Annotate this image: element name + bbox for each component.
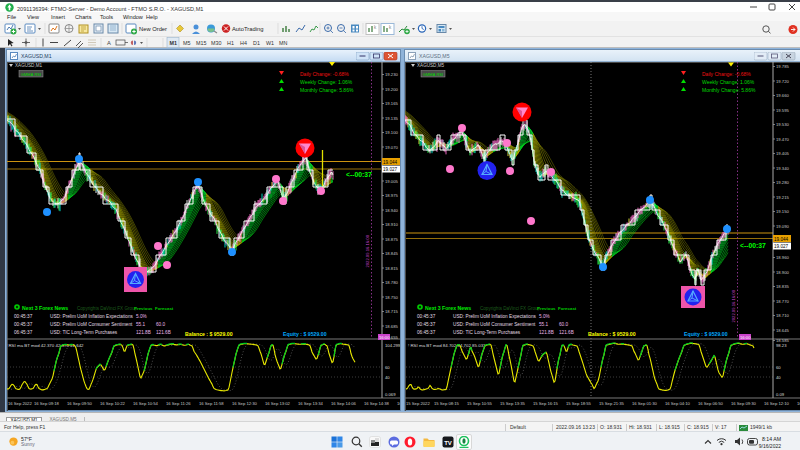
svg-text:19.340: 19.340	[776, 166, 789, 171]
svg-text:18.685: 18.685	[385, 324, 398, 329]
svg-text:16 Sep 12:10: 16 Sep 12:10	[764, 401, 790, 406]
svg-text:16 Sep 09:50: 16 Sep 09:50	[67, 401, 93, 406]
svg-text:16 Sep 11:58: 16 Sep 11:58	[199, 401, 224, 406]
svg-text:16 Sep 13:34: 16 Sep 13:34	[298, 401, 324, 406]
svg-text:5.0%: 5.0%	[539, 314, 550, 319]
svg-text:18.960: 18.960	[776, 255, 789, 260]
svg-text:19.660: 19.660	[776, 93, 789, 98]
svg-text:19.100: 19.100	[385, 130, 398, 135]
svg-text:USD: Prelim UoM Consumer Senti: USD: Prelim UoM Consumer Sentiment	[50, 322, 133, 327]
svg-text:18.715: 18.715	[385, 309, 398, 314]
svg-text:19.044: 19.044	[383, 160, 397, 165]
svg-text:16 Sep 04:10: 16 Sep 04:10	[665, 401, 691, 406]
svg-text:18.975: 18.975	[385, 193, 398, 198]
svg-text:Forecast: Forecast	[558, 306, 577, 311]
svg-text:06:45:37: 06:45:37	[14, 330, 33, 335]
svg-text:104.299: 104.299	[385, 343, 401, 348]
svg-text:Balance : $ 9529.00: Balance : $ 9529.00	[588, 331, 636, 337]
svg-text:19.470: 19.470	[776, 137, 789, 142]
svg-text:0.069: 0.069	[385, 392, 396, 397]
svg-text:18.710: 18.710	[776, 313, 789, 318]
svg-text:18.780: 18.780	[385, 280, 398, 285]
svg-text:XAGUSD,M5: XAGUSD,M5	[417, 63, 445, 68]
svg-text:55.1: 55.1	[539, 322, 549, 327]
svg-text:19.230: 19.230	[385, 72, 398, 77]
svg-text:15 Sep 2022: 15 Sep 2022	[406, 401, 430, 406]
svg-text:00:45:37: 00:45:37	[417, 314, 436, 319]
svg-text:55.1: 55.1	[136, 322, 146, 327]
svg-text:XAGUSD,M1: XAGUSD,M1	[15, 63, 43, 68]
svg-text:USD: Prelim UoM Consumer Senti: USD: Prelim UoM Consumer Sentiment	[453, 322, 536, 327]
svg-text:Daily Change: -0.68%: Daily Change: -0.68%	[300, 71, 349, 77]
svg-text:19.027: 19.027	[383, 167, 397, 172]
svg-text:121.8B: 121.8B	[539, 330, 554, 335]
svg-text:! RSI ma BT mod 42.370 42.370: ! RSI ma BT mod 42.370 42.370 41.642	[6, 343, 84, 348]
svg-text:18.940: 18.940	[385, 208, 398, 213]
svg-text:19.280: 19.280	[776, 180, 789, 185]
svg-text:USD: Prelim UoM Inflation Expe: USD: Prelim UoM Inflation Expectations	[50, 314, 134, 319]
svg-text:Equity : $ 9529.00: Equity : $ 9529.00	[684, 331, 728, 337]
svg-text:16 Sep 10:54: 16 Sep 10:54	[133, 401, 159, 406]
svg-text:40: 40	[385, 375, 390, 380]
svg-text:18.770: 18.770	[776, 299, 789, 304]
svg-text:Monthly Change: 5.86%: Monthly Change: 5.86%	[300, 87, 354, 93]
svg-text:Weekly Change: 1.06%: Weekly Change: 1.06%	[702, 79, 755, 85]
svg-text:Equity : $ 9529.00: Equity : $ 9529.00	[283, 331, 327, 337]
svg-text:2022.09.16 16:00: 2022.09.16 16:00	[731, 289, 736, 322]
svg-text:60.0: 60.0	[156, 322, 166, 327]
svg-text:98.23: 98.23	[776, 343, 787, 348]
svg-text:19.530: 19.530	[776, 122, 789, 127]
svg-text:00:45:37: 00:45:37	[417, 322, 436, 327]
svg-text:19.027: 19.027	[774, 244, 788, 249]
svg-text:Previous: Previous	[134, 306, 153, 311]
svg-text:19.005: 19.005	[385, 179, 398, 184]
svg-text:! RSI ma BT mod 84.702 84.702: ! RSI ma BT mod 84.702 84.702 85.031	[408, 343, 486, 348]
svg-text:121.8B: 121.8B	[136, 330, 151, 335]
svg-text:121.6B: 121.6B	[559, 330, 574, 335]
svg-text:15 Sep 10:55: 15 Sep 10:55	[467, 401, 493, 406]
svg-text:18.845: 18.845	[385, 251, 398, 256]
svg-text:19.215: 19.215	[776, 195, 789, 200]
svg-text:Monthly Change: 5.86%: Monthly Change: 5.86%	[702, 87, 756, 93]
svg-text:Weekly Change: 1.06%: Weekly Change: 1.06%	[300, 79, 353, 85]
svg-text:Previous: Previous	[537, 306, 556, 311]
svg-text:121.6B: 121.6B	[156, 330, 171, 335]
svg-text:15 Sep 13:35: 15 Sep 13:35	[500, 401, 526, 406]
svg-text:GMMA RSI: GMMA RSI	[423, 72, 443, 77]
svg-text:Next 3 Forex News: Next 3 Forex News	[425, 305, 471, 311]
svg-text:16 Sep 2022: 16 Sep 2022	[8, 401, 32, 406]
svg-text:USD: TIC Long-Term Purchases: USD: TIC Long-Term Purchases	[50, 330, 118, 335]
svg-text:TV: TV	[444, 439, 452, 445]
svg-text:Balance : $ 9529.00: Balance : $ 9529.00	[185, 331, 233, 337]
svg-text:18.910: 18.910	[385, 222, 398, 227]
svg-text:19.044: 19.044	[774, 237, 788, 242]
svg-text:19.405: 19.405	[776, 151, 789, 156]
svg-text:19.200: 19.200	[385, 87, 398, 92]
svg-text:19.135: 19.135	[385, 116, 398, 121]
svg-text:40: 40	[776, 375, 781, 380]
svg-text:18.815: 18.815	[385, 266, 398, 271]
svg-text:Forecast: Forecast	[155, 306, 174, 311]
svg-text:16 Sep 14:38: 16 Sep 14:38	[364, 401, 390, 406]
svg-text:Daily Change: -0.68%: Daily Change: -0.68%	[702, 71, 751, 77]
svg-text:15 Sep 16:15: 15 Sep 16:15	[533, 401, 559, 406]
svg-text:16 Sep 06:50: 16 Sep 06:50	[698, 401, 724, 406]
svg-text:18.875: 18.875	[385, 237, 398, 242]
svg-text:0.09: 0.09	[776, 392, 785, 397]
svg-text:5.0%: 5.0%	[136, 314, 147, 319]
svg-text:USD: TIC Long-Term Purchases: USD: TIC Long-Term Purchases	[453, 330, 521, 335]
svg-text:18.900: 18.900	[776, 270, 789, 275]
svg-text:00:45:37: 00:45:37	[14, 314, 33, 319]
svg-text:16 Sep 10:22: 16 Sep 10:22	[100, 401, 126, 406]
svg-text:2022.09.16 16:00: 2022.09.16 16:00	[365, 234, 370, 267]
svg-text:19.165: 19.165	[385, 101, 398, 106]
svg-text:06:45:37: 06:45:37	[417, 330, 436, 335]
svg-text:18.750: 18.750	[385, 295, 398, 300]
svg-text:16 Sep 11:26: 16 Sep 11:26	[166, 401, 191, 406]
svg-text:16 Sep 14:06: 16 Sep 14:06	[331, 401, 357, 406]
svg-text:16 Sep 09:18: 16 Sep 09:18	[34, 401, 60, 406]
svg-text:60.0: 60.0	[559, 322, 569, 327]
svg-text:19.785: 19.785	[776, 64, 789, 69]
svg-text:60: 60	[385, 365, 390, 370]
svg-text:15 Sep 18:55: 15 Sep 18:55	[566, 401, 592, 406]
